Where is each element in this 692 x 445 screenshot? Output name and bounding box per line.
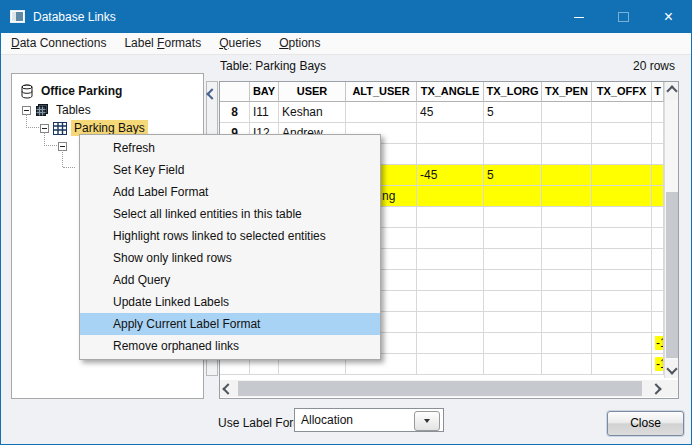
label-format-combobox[interactable]: Allocation (294, 408, 444, 432)
table-cell[interactable] (592, 270, 652, 291)
table-cell[interactable] (542, 270, 592, 291)
table-cell[interactable] (417, 228, 484, 249)
scroll-left-button[interactable] (220, 380, 236, 397)
table-cell[interactable] (417, 249, 484, 270)
table-cell[interactable] (592, 333, 652, 354)
table-cell[interactable]: -1 (652, 333, 664, 354)
table-cell[interactable] (592, 123, 652, 144)
vertical-scrollbar-thumb[interactable] (666, 192, 678, 358)
table-cell[interactable] (652, 249, 664, 270)
maximize-button[interactable] (601, 1, 646, 33)
menubar-item[interactable]: Data Connections (3, 33, 114, 54)
table-cell[interactable] (417, 354, 484, 375)
context-menu-item[interactable]: Refresh (80, 137, 380, 159)
table-cell[interactable] (652, 207, 664, 228)
scroll-up-button[interactable] (665, 82, 679, 100)
tree-label-connection[interactable]: Office Parking (38, 83, 125, 99)
table-cell[interactable] (484, 123, 542, 144)
table-cell[interactable] (484, 207, 542, 228)
table-cell[interactable]: 5 (484, 165, 542, 186)
tree-item-child-stub[interactable] (58, 137, 71, 155)
horizontal-scrollbar[interactable] (220, 380, 678, 397)
table-cell[interactable] (592, 312, 652, 333)
tree-item-tables[interactable]: Tables (22, 101, 94, 119)
table-cell[interactable] (652, 270, 664, 291)
table-cell[interactable] (417, 123, 484, 144)
context-menu-item[interactable]: Add Query (80, 269, 380, 291)
table-cell[interactable] (484, 186, 542, 207)
table-cell[interactable] (417, 144, 484, 165)
table-cell[interactable] (652, 102, 664, 123)
close-window-button[interactable]: × (646, 1, 691, 33)
context-menu-item[interactable]: Highlight rows linked to selected entiti… (80, 225, 380, 247)
table-cell[interactable] (652, 291, 664, 312)
context-menu-item[interactable]: Apply Current Label Format (80, 313, 380, 335)
table-cell[interactable] (592, 102, 652, 123)
column-header-tx_pen[interactable]: TX_PEN (542, 82, 592, 102)
context-menu-item[interactable]: Update Linked Labels (80, 291, 380, 313)
table-cell[interactable] (652, 123, 664, 144)
minimize-button[interactable] (556, 1, 601, 33)
table-cell[interactable] (542, 102, 592, 123)
table-cell[interactable] (542, 249, 592, 270)
table-cell[interactable] (592, 165, 652, 186)
table-cell[interactable] (542, 228, 592, 249)
context-menu-item[interactable]: Set Key Field (80, 159, 380, 181)
table-cell[interactable]: -45 (417, 165, 484, 186)
table-cell[interactable]: 5 (484, 102, 542, 123)
context-menu-item[interactable]: Show only linked rows (80, 247, 380, 269)
table-cell[interactable]: 45 (417, 102, 484, 123)
table-cell[interactable] (652, 144, 664, 165)
table-cell[interactable] (542, 312, 592, 333)
table-cell[interactable] (417, 333, 484, 354)
context-menu-item[interactable]: Select all linked entities in this table (80, 203, 380, 225)
table-cell[interactable] (484, 312, 542, 333)
column-header-tx_offx[interactable]: TX_OFFX (592, 82, 652, 102)
table-cell[interactable] (417, 291, 484, 312)
row-number-cell[interactable]: 8 (220, 102, 250, 123)
table-cell[interactable] (592, 186, 652, 207)
table-cell[interactable] (652, 186, 664, 207)
table-cell[interactable] (542, 354, 592, 375)
table-cell[interactable] (592, 144, 652, 165)
table-cell[interactable] (592, 249, 652, 270)
column-header-t[interactable]: T (652, 82, 664, 102)
table-cell[interactable] (592, 291, 652, 312)
menubar-item[interactable]: Queries (211, 33, 269, 54)
tree-label-tables[interactable]: Tables (53, 102, 94, 118)
context-menu-item[interactable]: Remove orphaned links (80, 335, 380, 357)
column-header-alt_user[interactable]: ALT_USER (346, 82, 417, 102)
table-cell[interactable] (484, 144, 542, 165)
table-cell[interactable] (592, 354, 652, 375)
vertical-scrollbar[interactable] (664, 82, 678, 378)
table-cell[interactable] (417, 312, 484, 333)
table-cell[interactable] (346, 102, 417, 123)
column-header-tx_angle[interactable]: TX_ANGLE (417, 82, 484, 102)
table-cell[interactable] (542, 144, 592, 165)
table-cell[interactable] (652, 312, 664, 333)
table-cell[interactable] (652, 165, 664, 186)
table-cell[interactable] (417, 186, 484, 207)
close-button[interactable]: Close (607, 411, 684, 436)
horizontal-scrollbar-thumb[interactable] (238, 381, 642, 396)
table-cell[interactable] (542, 165, 592, 186)
menubar-item[interactable]: Options (271, 33, 328, 54)
table-cell[interactable] (484, 228, 542, 249)
table-cell[interactable] (542, 123, 592, 144)
scroll-right-button[interactable] (648, 380, 664, 397)
table-cell[interactable]: -1 (652, 354, 664, 375)
table-cell[interactable] (592, 207, 652, 228)
context-menu-item[interactable]: Add Label Format (80, 181, 380, 203)
table-cell[interactable] (417, 270, 484, 291)
table-cell[interactable] (542, 207, 592, 228)
tree-item-connection[interactable]: Office Parking (20, 82, 125, 100)
table-cell[interactable] (542, 186, 592, 207)
table-cell[interactable] (542, 333, 592, 354)
scroll-down-button[interactable] (665, 360, 679, 378)
column-header-tx_lorg[interactable]: TX_LORG (484, 82, 542, 102)
table-cell[interactable] (484, 291, 542, 312)
column-header-bay[interactable]: BAY (250, 82, 279, 102)
column-header-row-number[interactable] (220, 82, 250, 102)
column-header-user[interactable]: USER (279, 82, 346, 102)
combobox-dropdown-button[interactable] (414, 411, 440, 431)
